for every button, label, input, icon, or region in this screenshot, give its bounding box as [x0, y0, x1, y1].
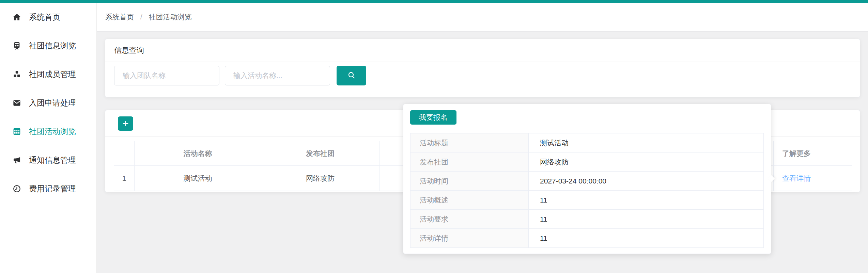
detail-label: 活动标题 — [410, 133, 529, 152]
detail-label: 活动要求 — [410, 210, 529, 229]
activity-detail-popover: 我要报名 活动标题 测试活动 发布社团 网络攻防 活动时间 2027-03-24… — [403, 104, 771, 254]
breadcrumb-home[interactable]: 系统首页 — [105, 13, 134, 21]
detail-row: 活动时间 2027-03-24 00:00:00 — [410, 172, 764, 191]
page-header: 系统首页 / 社团活动浏览 — [97, 3, 868, 32]
col-activity-name: 活动名称 — [135, 141, 261, 166]
sidebar-item-fees[interactable]: 费用记录管理 — [0, 174, 96, 203]
cell-more: 查看详情 — [774, 166, 852, 191]
detail-row: 活动标题 测试活动 — [410, 133, 764, 152]
detail-value: 测试活动 — [529, 133, 764, 152]
view-detail-link[interactable]: 查看详情 — [782, 174, 811, 182]
sidebar-item-applications[interactable]: 入团申请处理 — [0, 89, 96, 117]
detail-value: 11 — [529, 191, 764, 210]
team-name-input[interactable] — [114, 66, 219, 85]
detail-value: 2027-03-24 00:00:00 — [529, 172, 764, 191]
breadcrumb-separator: / — [140, 13, 142, 21]
cell-index: 1 — [114, 166, 135, 191]
detail-label: 发布社团 — [410, 152, 529, 172]
sidebar-item-label: 系统首页 — [29, 12, 60, 22]
detail-value: 网络攻防 — [529, 152, 764, 172]
detail-row: 活动要求 11 — [410, 210, 764, 229]
search-panel: 信息查询 — [105, 39, 860, 97]
add-activity-button[interactable]: + — [118, 116, 133, 131]
sidebar-item-label: 费用记录管理 — [29, 183, 76, 194]
sidebar-item-label: 入团申请处理 — [29, 98, 76, 108]
col-index — [114, 141, 135, 166]
sidebar-item-activities[interactable]: 社团活动浏览 — [0, 117, 96, 146]
cell-club: 网络攻防 — [261, 166, 379, 191]
sidebar: 系统首页 社团信息浏览 社团成员管理 — [0, 3, 97, 273]
sidebar-item-label: 社团成员管理 — [29, 69, 76, 80]
detail-label: 活动概述 — [410, 191, 529, 210]
col-more: 了解更多 — [774, 141, 852, 166]
detail-row: 活动概述 11 — [410, 191, 764, 210]
search-button[interactable] — [337, 66, 366, 85]
search-panel-title: 信息查询 — [105, 39, 860, 62]
breadcrumb: 系统首页 / 社团活动浏览 — [105, 12, 192, 22]
breadcrumb-current: 社团活动浏览 — [149, 13, 192, 21]
signup-button[interactable]: 我要报名 — [410, 110, 456, 125]
sidebar-item-club-info[interactable]: 社团信息浏览 — [0, 31, 96, 60]
magnifier-icon — [347, 70, 356, 81]
detail-row: 发布社团 网络攻防 — [410, 152, 764, 172]
col-club: 发布社团 — [261, 141, 379, 166]
cubes-icon — [11, 70, 22, 79]
cell-activity-name: 测试活动 — [135, 166, 261, 191]
detail-value: 11 — [529, 229, 764, 248]
activity-detail-table: 活动标题 测试活动 发布社团 网络攻防 活动时间 2027-03-24 00:0… — [410, 133, 764, 248]
detail-label: 活动时间 — [410, 172, 529, 191]
detail-value: 11 — [529, 210, 764, 229]
clock-icon — [11, 184, 22, 193]
sidebar-item-notices[interactable]: 通知信息管理 — [0, 146, 96, 174]
sidebar-item-members[interactable]: 社团成员管理 — [0, 60, 96, 89]
train-icon — [11, 41, 22, 50]
detail-label: 活动详情 — [410, 229, 529, 248]
table-icon — [11, 127, 22, 136]
top-accent-bar — [0, 0, 868, 3]
home-icon — [11, 13, 22, 22]
sidebar-item-label: 通知信息管理 — [29, 155, 76, 165]
bullhorn-icon — [11, 156, 22, 165]
envelope-icon — [11, 98, 22, 108]
sidebar-item-label: 社团信息浏览 — [29, 41, 76, 51]
detail-row: 活动详情 11 — [410, 229, 764, 248]
activity-name-input[interactable] — [225, 66, 330, 85]
sidebar-item-label: 社团活动浏览 — [29, 126, 76, 137]
sidebar-item-home[interactable]: 系统首页 — [0, 3, 96, 31]
